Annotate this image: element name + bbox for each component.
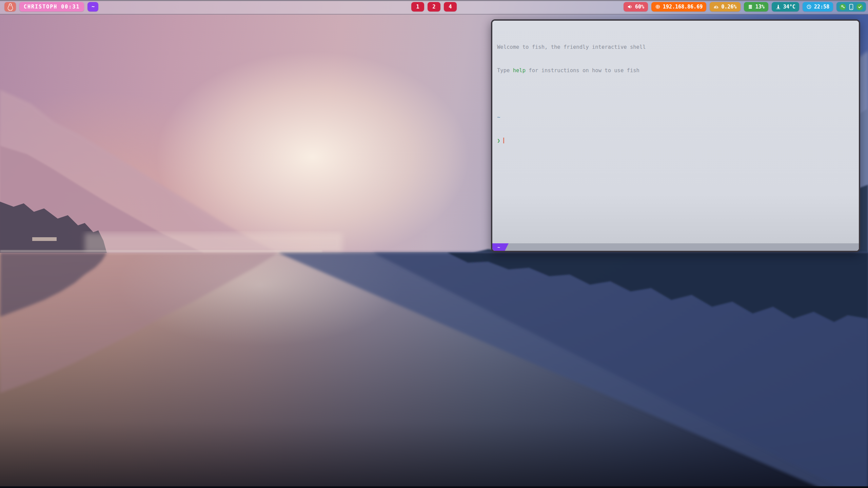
screen-edge-bottom (0, 486, 868, 488)
workspace-label: 4 (449, 4, 452, 10)
updates-ok-tray-item[interactable] (856, 4, 863, 10)
fish-greeting-line2: Type help for instructions on how to use… (497, 67, 854, 75)
greeting-text: for instructions on how to use fish (526, 67, 639, 74)
workspace-button-1[interactable]: 1 (411, 2, 424, 12)
clock-pill[interactable]: 22:58 (803, 2, 833, 12)
terminal-tab-bar: ~ (492, 243, 859, 251)
terminal-tab-label: ~ (497, 245, 500, 250)
clock-value: 22:58 (814, 4, 829, 10)
database-icon (748, 4, 753, 9)
host-uptime-badge[interactable]: CHRISTOPH 00:31 (19, 2, 84, 12)
disk-usage-value: 13% (755, 4, 765, 10)
disk-pill[interactable]: 13% (744, 2, 768, 12)
greeting-text: Type (497, 67, 513, 74)
workspace-button-4[interactable]: 4 (444, 2, 457, 12)
blank-line (497, 90, 854, 98)
lakeside-dock (32, 237, 57, 241)
cpu-load-pill[interactable]: 0.26% (710, 2, 740, 12)
launcher-button[interactable] (4, 2, 16, 12)
temperature-value: 34°C (783, 4, 795, 10)
prompt-line: ❯ (497, 137, 854, 145)
horizon-mist (85, 233, 342, 253)
terminal-cursor (503, 138, 504, 143)
clock-icon (806, 4, 812, 9)
workspace-label: 2 (432, 4, 435, 10)
host-uptime-label: CHRISTOPH 00:31 (24, 4, 80, 10)
check-icon (858, 5, 862, 9)
network-pill[interactable]: 192.168.86.69 (651, 2, 706, 12)
gauge-icon (713, 4, 719, 9)
top-bar: CHRISTOPH 00:31 ~ 1 2 4 60% (0, 0, 868, 15)
waterline-highlight (0, 250, 322, 252)
bar-left-group: CHRISTOPH 00:31 ~ (4, 2, 98, 12)
globe-icon (655, 4, 660, 9)
tux-penguin-icon (7, 3, 14, 11)
keyring-tray-item[interactable] (840, 4, 846, 10)
speaker-icon (627, 4, 633, 9)
key-icon (841, 5, 845, 9)
system-tray (836, 2, 866, 12)
terminal-window[interactable]: Welcome to fish, the friendly interactiv… (491, 19, 860, 252)
prompt-path: ~ (497, 114, 854, 121)
workspace-label: 1 (416, 4, 419, 10)
help-keyword: help (513, 67, 526, 74)
cpu-load-value: 0.26% (721, 4, 736, 10)
layout-badge[interactable]: ~ (87, 2, 98, 12)
phone-icon[interactable] (849, 4, 853, 10)
terminal-content[interactable]: Welcome to fish, the friendly interactiv… (492, 21, 859, 243)
layout-label: ~ (92, 4, 95, 10)
workspace-button-2[interactable]: 2 (428, 2, 440, 12)
prompt-symbol: ❯ (497, 138, 500, 144)
ip-address: 192.168.86.69 (663, 4, 703, 10)
temperature-pill[interactable]: 34°C (772, 2, 799, 12)
workspace-switcher: 1 2 4 (411, 2, 457, 12)
fish-greeting-line1: Welcome to fish, the friendly interactiv… (497, 43, 854, 51)
thermometer-icon (775, 4, 781, 9)
terminal-tab-active[interactable]: ~ (492, 243, 509, 251)
desktop: CHRISTOPH 00:31 ~ 1 2 4 60% (0, 0, 868, 488)
status-pills: 60% 192.168.86.69 0.26% (624, 2, 866, 12)
volume-pill[interactable]: 60% (624, 2, 648, 12)
volume-value: 60% (635, 4, 644, 10)
